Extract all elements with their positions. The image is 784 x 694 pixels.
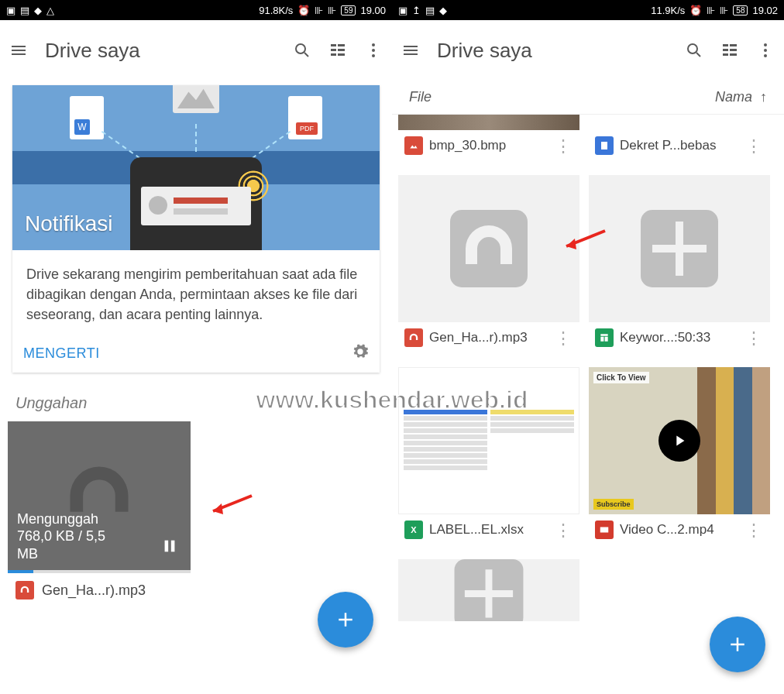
svg-rect-25 (600, 527, 609, 533)
upload-tile[interactable]: Mengunggah 768,0 KB / 5,5 MB Gen_Ha...r)… (8, 421, 191, 607)
screenshot-left: ▣ ▤ ◆ △ 91.8K/s ⏰ ⊪ ⊪ 59 19.00 Drive say… (0, 0, 392, 694)
fab-add-button[interactable] (318, 592, 373, 648)
xlsx-thumb (398, 367, 579, 514)
sort-arrow-up-icon[interactable]: ↑ (760, 89, 767, 105)
app-bar: Drive saya (392, 20, 784, 81)
signal-icon: ⊪ (315, 5, 323, 16)
file-menu-icon[interactable]: ⋮ (742, 334, 765, 342)
got-it-button[interactable]: MENGERTI (23, 345, 352, 362)
net-speed: 11.9K/s (651, 5, 685, 16)
hamburger-icon[interactable] (401, 41, 420, 60)
audio-file-icon (404, 328, 423, 347)
svg-point-12 (688, 44, 697, 53)
gear-icon[interactable] (352, 343, 369, 363)
file-tile-partial[interactable] (589, 559, 770, 621)
status-bar: ▣ ↥ ▤ ◆ 11.9K/s ⏰ ⊪ ⊪ 58 19.02 (392, 0, 784, 20)
svg-rect-11 (171, 541, 175, 552)
pause-button[interactable] (161, 538, 178, 558)
svg-rect-6 (338, 53, 345, 56)
sheet-thumb (398, 559, 579, 621)
file-name: Video C...2.mp4 (620, 522, 736, 538)
file-tile[interactable]: bmp_30.bmp ⋮ (398, 115, 579, 166)
svg-rect-22 (601, 142, 607, 149)
file-menu-icon[interactable]: ⋮ (742, 142, 765, 150)
app-icon: ◆ (439, 5, 447, 16)
search-icon[interactable] (293, 41, 311, 60)
bbm-icon: ▣ (398, 5, 407, 16)
image-thumb (398, 115, 579, 130)
status-bar: ▣ ▤ ◆ △ 91.8K/s ⏰ ⊪ ⊪ 59 19.00 (0, 0, 392, 20)
xls-file-icon: X (404, 520, 423, 539)
word-file-icon (70, 96, 104, 139)
svg-point-20 (764, 49, 767, 52)
app-bar: Drive saya (0, 20, 392, 81)
sort-row: File Nama ↑ (392, 81, 784, 115)
sheet-file-icon (595, 328, 614, 347)
alarm-icon: ⏰ (297, 5, 310, 16)
fab-add-button[interactable] (710, 617, 765, 672)
file-menu-icon[interactable]: ⋮ (552, 334, 575, 342)
clock: 19.00 (360, 5, 386, 16)
file-tile[interactable]: Gen_Ha...r).mp3 ⋮ (398, 175, 579, 358)
image-file-icon (173, 85, 219, 113)
svg-point-21 (764, 54, 767, 57)
svg-rect-13 (723, 44, 728, 46)
file-tile[interactable] (398, 559, 579, 621)
audio-file-icon (15, 581, 34, 600)
file-menu-icon[interactable]: ⋮ (552, 526, 575, 534)
phone-illustration (130, 157, 262, 250)
svg-rect-23 (450, 210, 528, 287)
signal-icon: ⊪ (707, 5, 715, 16)
file-name: LABEL...EL.xlsx (429, 522, 545, 538)
sort-file-label[interactable]: File (409, 89, 432, 105)
overflow-icon[interactable] (364, 41, 383, 60)
file-tile[interactable]: Dekret P...bebas ⋮ (589, 115, 770, 166)
svg-point-9 (372, 54, 375, 57)
view-toggle-icon[interactable] (328, 41, 347, 60)
file-menu-icon[interactable]: ⋮ (552, 142, 575, 150)
view-toggle-icon[interactable] (720, 41, 739, 60)
svg-rect-2 (338, 44, 345, 46)
doc-thumb (589, 115, 770, 130)
alarm-icon: ⏰ (689, 5, 702, 16)
file-name: bmp_30.bmp (429, 138, 545, 153)
bbm-icon: ▣ (6, 5, 15, 16)
svg-point-7 (372, 43, 375, 46)
file-tile[interactable]: X LABEL...EL.xlsx ⋮ (398, 367, 579, 550)
page-title: Drive saya (45, 39, 276, 63)
svg-rect-17 (723, 53, 728, 56)
uploads-label: Unggahan (15, 394, 377, 412)
card-body-text: Drive sekarang mengirim pemberitahuan sa… (12, 250, 380, 335)
app-icon: ◆ (34, 5, 42, 16)
upload-icon: ↥ (412, 5, 421, 16)
file-tile[interactable]: Keywor...:50:33 ⋮ (589, 175, 770, 358)
signal-icon: ⊪ (328, 5, 336, 16)
page-title: Drive saya (437, 39, 668, 63)
screenshot-right: ▣ ↥ ▤ ◆ 11.9K/s ⏰ ⊪ ⊪ 58 19.02 Drive say… (392, 0, 784, 694)
sort-name-label[interactable]: Nama (715, 89, 752, 105)
pdf-file-icon (288, 96, 322, 139)
svg-point-0 (296, 44, 305, 53)
file-grid: bmp_30.bmp ⋮ Dekret P...bebas ⋮ Gen_Ha..… (392, 115, 784, 621)
svg-rect-1 (331, 44, 336, 46)
chat-icon: ▤ (20, 5, 29, 16)
card-title: Notifikasi (25, 211, 113, 236)
video-file-icon (595, 520, 614, 539)
file-name: Gen_Ha...r).mp3 (429, 330, 545, 345)
video-thumb: Click To View Subscribe (589, 367, 770, 514)
svg-rect-18 (730, 53, 737, 56)
audio-thumb (398, 175, 579, 322)
hamburger-icon[interactable] (9, 41, 28, 60)
chat-icon: ▤ (425, 5, 435, 16)
clock: 19.02 (752, 5, 778, 16)
file-menu-icon[interactable]: ⋮ (742, 526, 765, 534)
drive-icon: △ (46, 5, 54, 16)
card-hero: Notifikasi (12, 85, 380, 250)
svg-rect-16 (730, 49, 737, 51)
svg-point-19 (764, 43, 767, 46)
file-name: Dekret P...bebas (620, 138, 736, 153)
file-tile[interactable]: Click To View Subscribe Video C...2.mp4 … (589, 367, 770, 550)
overflow-icon[interactable] (756, 41, 775, 60)
search-icon[interactable] (685, 41, 703, 60)
signal-icon: ⊪ (720, 5, 728, 16)
